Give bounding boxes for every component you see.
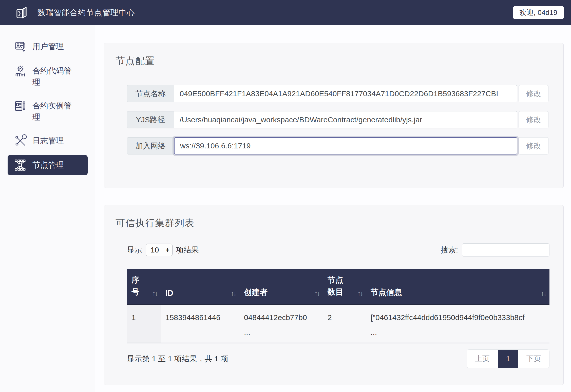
sort-icon: ↑↓ bbox=[231, 289, 236, 297]
node-config-form: 节点名称 修改 YJS路径 修改 加入网络 修改 bbox=[127, 85, 548, 154]
cell-node-count: 2 bbox=[323, 304, 366, 343]
sidebar-item-log-management[interactable]: 日志管理 bbox=[8, 131, 88, 151]
column-header-creator[interactable]: 创建者 ↑↓ bbox=[239, 269, 323, 304]
cell-index: 1 bbox=[127, 304, 161, 343]
yjs-path-modify-button[interactable]: 修改 bbox=[519, 111, 548, 128]
cell-id: 1583944861446 bbox=[161, 304, 239, 343]
join-network-input[interactable] bbox=[174, 137, 517, 154]
node-name-modify-button[interactable]: 修改 bbox=[519, 85, 548, 102]
yjs-path-label: YJS路径 bbox=[127, 111, 174, 128]
user-management-icon bbox=[14, 40, 27, 53]
top-bar: 数瑞智能合约节点管理中心 欢迎, 04d19 bbox=[0, 0, 571, 25]
column-header-id[interactable]: ID ↑↓ bbox=[161, 269, 239, 304]
next-page-button[interactable]: 下页 bbox=[518, 350, 549, 368]
node-management-icon bbox=[14, 159, 27, 172]
contract-instance-icon bbox=[14, 99, 27, 112]
column-header-node-count[interactable]: 节点数目 ↑↓ bbox=[323, 269, 366, 304]
node-config-card: 节点配置 节点名称 修改 YJS路径 修改 加入网络 修改 bbox=[104, 43, 564, 188]
cluster-list-title: 可信执行集群列表 bbox=[116, 217, 552, 229]
page-1-button[interactable]: 1 bbox=[498, 350, 518, 368]
app-title: 数瑞智能合约节点管理中心 bbox=[37, 7, 135, 18]
pagination: 上页 1 下页 bbox=[467, 349, 549, 368]
cluster-table: 序号 ↑↓ ID ↑↓ 创建者 ↑↓ bbox=[127, 269, 549, 343]
sidebar-item-label: 节点管理 bbox=[32, 160, 75, 171]
sort-icon: ↑↓ bbox=[314, 289, 319, 297]
search-control: 搜索: bbox=[441, 243, 549, 257]
node-name-label: 节点名称 bbox=[127, 85, 174, 102]
search-input[interactable] bbox=[462, 243, 549, 257]
select-arrows-icon: ▲▼ bbox=[166, 248, 169, 252]
show-label: 显示 bbox=[127, 245, 142, 255]
sidebar-item-label: 日志管理 bbox=[32, 135, 75, 147]
prev-page-button[interactable]: 上页 bbox=[467, 350, 498, 368]
sidebar-item-label: 合约实例管理 bbox=[32, 100, 75, 123]
sort-icon: ↑↓ bbox=[357, 289, 363, 297]
search-label: 搜索: bbox=[441, 245, 458, 255]
cluster-list-card: 可信执行集群列表 显示 10 ▲▼ 项结果 搜索: bbox=[104, 205, 564, 385]
table-header-row: 序号 ↑↓ ID ↑↓ 创建者 ↑↓ bbox=[127, 269, 549, 304]
sidebar-item-contract-instance[interactable]: 合约实例管理 bbox=[8, 96, 88, 127]
page-length-control: 显示 10 ▲▼ 项结果 bbox=[127, 244, 199, 256]
page-length-select[interactable]: 10 ▲▼ bbox=[146, 244, 173, 256]
yjs-path-row: YJS路径 修改 bbox=[127, 111, 548, 128]
page-length-value: 10 bbox=[150, 246, 159, 254]
sidebar-item-label: 合约代码管理 bbox=[32, 65, 75, 88]
sort-icon: ↑↓ bbox=[152, 289, 157, 297]
app-logo-icon bbox=[14, 5, 29, 20]
results-label: 项结果 bbox=[176, 245, 199, 255]
join-network-row: 加入网络 修改 bbox=[127, 137, 548, 154]
welcome-user-button[interactable]: 欢迎, 04d19 bbox=[513, 6, 564, 19]
join-network-label: 加入网络 bbox=[127, 137, 174, 154]
sidebar-item-node-management[interactable]: 节点管理 bbox=[8, 155, 88, 175]
yjs-path-input[interactable] bbox=[174, 111, 517, 128]
sidebar-item-label: 用户管理 bbox=[32, 41, 75, 52]
log-management-icon bbox=[14, 134, 27, 147]
node-config-title: 节点配置 bbox=[116, 55, 552, 67]
column-header-index[interactable]: 序号 ↑↓ bbox=[127, 269, 161, 304]
sort-icon: ↑↓ bbox=[541, 289, 546, 297]
column-header-node-info[interactable]: 节点信息 ↑↓ bbox=[366, 269, 549, 304]
cell-creator: 04844412ecb77b0 ... bbox=[239, 304, 323, 343]
join-network-modify-button[interactable]: 修改 bbox=[519, 137, 548, 154]
sidebar-item-contract-code[interactable]: 合约代码管理 bbox=[8, 61, 88, 92]
main-content: 节点配置 节点名称 修改 YJS路径 修改 加入网络 修改 bbox=[95, 25, 571, 392]
contract-code-icon bbox=[14, 64, 27, 77]
table-row[interactable]: 1 1583944861446 04844412ecb77b0 ... 2 ["… bbox=[127, 304, 549, 343]
cell-node-info: ["0461432ffc44ddd61950d944f9f0e0b333b8cf… bbox=[366, 304, 549, 343]
sidebar-item-user-management[interactable]: 用户管理 bbox=[8, 36, 88, 57]
node-name-row: 节点名称 修改 bbox=[127, 85, 548, 102]
table-info-text: 显示第 1 至 1 项结果，共 1 项 bbox=[127, 354, 228, 364]
node-name-input[interactable] bbox=[174, 85, 517, 102]
sidebar: 用户管理 合约代码管理 bbox=[0, 25, 95, 392]
